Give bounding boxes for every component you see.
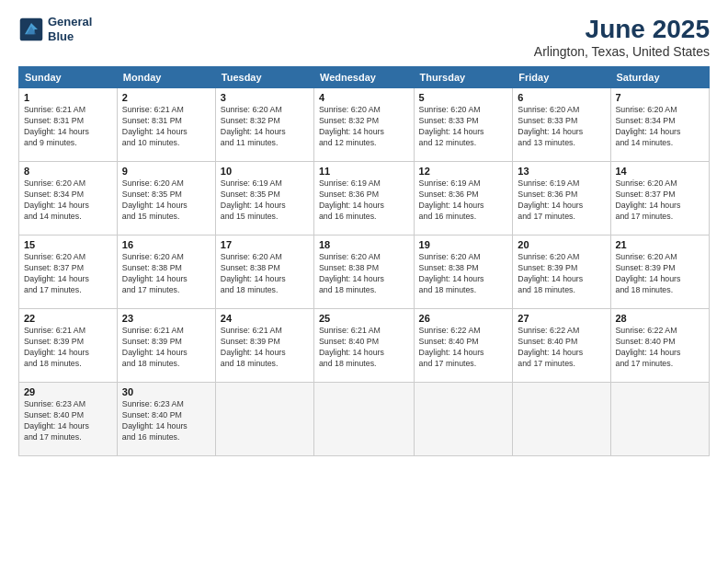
title-block: June 2025 Arlington, Texas, United State…: [534, 15, 710, 59]
calendar-cell: 30Sunrise: 6:23 AM Sunset: 8:40 PM Dayli…: [117, 383, 215, 456]
calendar-week-1: 1Sunrise: 6:21 AM Sunset: 8:31 PM Daylig…: [19, 88, 710, 162]
day-number: 14: [616, 166, 705, 177]
header: General Blue June 2025 Arlington, Texas,…: [18, 15, 710, 59]
calendar-week-3: 15Sunrise: 6:20 AM Sunset: 8:37 PM Dayli…: [19, 236, 710, 309]
day-number: 4: [319, 92, 409, 103]
page: General Blue June 2025 Arlington, Texas,…: [0, 0, 728, 563]
calendar-cell: 3Sunrise: 6:20 AM Sunset: 8:32 PM Daylig…: [215, 88, 313, 162]
logo-icon: [18, 17, 44, 42]
day-number: 16: [122, 239, 210, 250]
day-info: Sunrise: 6:20 AM Sunset: 8:38 PM Dayligh…: [122, 252, 210, 296]
day-info: Sunrise: 6:20 AM Sunset: 8:37 PM Dayligh…: [616, 178, 705, 223]
calendar-cell: 12Sunrise: 6:19 AM Sunset: 8:36 PM Dayli…: [414, 162, 513, 236]
day-number: 22: [24, 313, 112, 324]
calendar-cell: 8Sunrise: 6:20 AM Sunset: 8:34 PM Daylig…: [19, 162, 118, 236]
calendar-cell: 29Sunrise: 6:23 AM Sunset: 8:40 PM Dayli…: [19, 383, 118, 456]
day-info: Sunrise: 6:20 AM Sunset: 8:37 PM Dayligh…: [24, 252, 112, 296]
day-number: 17: [221, 239, 309, 250]
calendar-cell: 14Sunrise: 6:20 AM Sunset: 8:37 PM Dayli…: [610, 162, 710, 236]
calendar-cell: 25Sunrise: 6:21 AM Sunset: 8:40 PM Dayli…: [313, 309, 414, 383]
day-info: Sunrise: 6:21 AM Sunset: 8:40 PM Dayligh…: [319, 326, 409, 370]
day-number: 25: [319, 313, 409, 324]
calendar-cell: 16Sunrise: 6:20 AM Sunset: 8:38 PM Dayli…: [117, 236, 215, 309]
day-number: 30: [122, 386, 210, 397]
day-number: 13: [518, 166, 605, 177]
calendar-cell: 10Sunrise: 6:19 AM Sunset: 8:35 PM Dayli…: [215, 162, 313, 236]
main-title: June 2025: [534, 15, 710, 44]
calendar-cell: 27Sunrise: 6:22 AM Sunset: 8:40 PM Dayli…: [513, 309, 610, 383]
day-number: 29: [24, 386, 112, 397]
day-number: 28: [616, 313, 705, 324]
calendar-cell: 20Sunrise: 6:20 AM Sunset: 8:39 PM Dayli…: [513, 236, 610, 309]
calendar-cell: 19Sunrise: 6:20 AM Sunset: 8:38 PM Dayli…: [414, 236, 513, 309]
day-number: 6: [518, 92, 605, 103]
day-number: 8: [24, 166, 112, 177]
calendar-cell: [513, 383, 610, 456]
day-number: 21: [616, 239, 705, 250]
day-number: 19: [419, 239, 508, 250]
calendar-cell: 28Sunrise: 6:22 AM Sunset: 8:40 PM Dayli…: [610, 309, 710, 383]
day-info: Sunrise: 6:20 AM Sunset: 8:34 PM Dayligh…: [616, 105, 705, 149]
calendar-cell: 17Sunrise: 6:20 AM Sunset: 8:38 PM Dayli…: [215, 236, 313, 309]
day-info: Sunrise: 6:22 AM Sunset: 8:40 PM Dayligh…: [616, 326, 705, 370]
calendar-cell: 11Sunrise: 6:19 AM Sunset: 8:36 PM Dayli…: [313, 162, 414, 236]
day-info: Sunrise: 6:20 AM Sunset: 8:33 PM Dayligh…: [518, 105, 605, 149]
day-number: 10: [221, 166, 309, 177]
day-number: 18: [319, 239, 409, 250]
calendar-cell: 26Sunrise: 6:22 AM Sunset: 8:40 PM Dayli…: [414, 309, 513, 383]
calendar-cell: 2Sunrise: 6:21 AM Sunset: 8:31 PM Daylig…: [117, 88, 215, 162]
day-info: Sunrise: 6:20 AM Sunset: 8:38 PM Dayligh…: [419, 252, 508, 296]
calendar-cell: 7Sunrise: 6:20 AM Sunset: 8:34 PM Daylig…: [610, 88, 710, 162]
day-number: 3: [221, 92, 309, 103]
day-info: Sunrise: 6:20 AM Sunset: 8:38 PM Dayligh…: [221, 252, 309, 296]
calendar-table: SundayMondayTuesdayWednesdayThursdayFrid…: [18, 66, 710, 456]
calendar-cell: [215, 383, 313, 456]
calendar-cell: [414, 383, 513, 456]
day-info: Sunrise: 6:20 AM Sunset: 8:38 PM Dayligh…: [319, 252, 409, 296]
day-info: Sunrise: 6:21 AM Sunset: 8:31 PM Dayligh…: [24, 105, 112, 149]
day-number: 7: [616, 92, 705, 103]
day-info: Sunrise: 6:20 AM Sunset: 8:39 PM Dayligh…: [616, 252, 705, 296]
calendar-header-wednesday: Wednesday: [313, 67, 414, 88]
day-info: Sunrise: 6:20 AM Sunset: 8:32 PM Dayligh…: [319, 105, 409, 149]
day-number: 9: [122, 166, 210, 177]
calendar-header-monday: Monday: [117, 67, 215, 88]
day-info: Sunrise: 6:21 AM Sunset: 8:39 PM Dayligh…: [221, 326, 309, 370]
day-info: Sunrise: 6:19 AM Sunset: 8:35 PM Dayligh…: [221, 178, 309, 223]
day-info: Sunrise: 6:20 AM Sunset: 8:34 PM Dayligh…: [24, 178, 112, 223]
calendar-week-5: 29Sunrise: 6:23 AM Sunset: 8:40 PM Dayli…: [19, 383, 710, 456]
calendar-cell: 6Sunrise: 6:20 AM Sunset: 8:33 PM Daylig…: [513, 88, 610, 162]
day-number: 15: [24, 239, 112, 250]
day-number: 12: [419, 166, 508, 177]
calendar-cell: 1Sunrise: 6:21 AM Sunset: 8:31 PM Daylig…: [19, 88, 118, 162]
day-info: Sunrise: 6:22 AM Sunset: 8:40 PM Dayligh…: [518, 326, 605, 370]
day-info: Sunrise: 6:19 AM Sunset: 8:36 PM Dayligh…: [419, 178, 508, 223]
day-number: 11: [319, 166, 409, 177]
day-info: Sunrise: 6:23 AM Sunset: 8:40 PM Dayligh…: [122, 399, 210, 443]
calendar-header-tuesday: Tuesday: [215, 67, 313, 88]
calendar-cell: [610, 383, 710, 456]
calendar-cell: 5Sunrise: 6:20 AM Sunset: 8:33 PM Daylig…: [414, 88, 513, 162]
day-info: Sunrise: 6:19 AM Sunset: 8:36 PM Dayligh…: [518, 178, 605, 223]
day-info: Sunrise: 6:23 AM Sunset: 8:40 PM Dayligh…: [24, 399, 112, 443]
day-number: 20: [518, 239, 605, 250]
day-number: 23: [122, 313, 210, 324]
calendar-header-friday: Friday: [513, 67, 610, 88]
day-number: 1: [24, 92, 112, 103]
calendar-cell: 9Sunrise: 6:20 AM Sunset: 8:35 PM Daylig…: [117, 162, 215, 236]
day-number: 2: [122, 92, 210, 103]
day-number: 27: [518, 313, 605, 324]
day-info: Sunrise: 6:22 AM Sunset: 8:40 PM Dayligh…: [419, 326, 508, 370]
calendar-cell: 24Sunrise: 6:21 AM Sunset: 8:39 PM Dayli…: [215, 309, 313, 383]
calendar-cell: 13Sunrise: 6:19 AM Sunset: 8:36 PM Dayli…: [513, 162, 610, 236]
calendar-cell: 22Sunrise: 6:21 AM Sunset: 8:39 PM Dayli…: [19, 309, 118, 383]
calendar-cell: 18Sunrise: 6:20 AM Sunset: 8:38 PM Dayli…: [313, 236, 414, 309]
logo: General Blue: [18, 15, 92, 43]
day-info: Sunrise: 6:20 AM Sunset: 8:33 PM Dayligh…: [419, 105, 508, 149]
day-number: 5: [419, 92, 508, 103]
calendar-cell: [313, 383, 414, 456]
day-info: Sunrise: 6:19 AM Sunset: 8:36 PM Dayligh…: [319, 178, 409, 223]
day-info: Sunrise: 6:21 AM Sunset: 8:39 PM Dayligh…: [122, 326, 210, 370]
calendar-header-thursday: Thursday: [414, 67, 513, 88]
day-number: 26: [419, 313, 508, 324]
